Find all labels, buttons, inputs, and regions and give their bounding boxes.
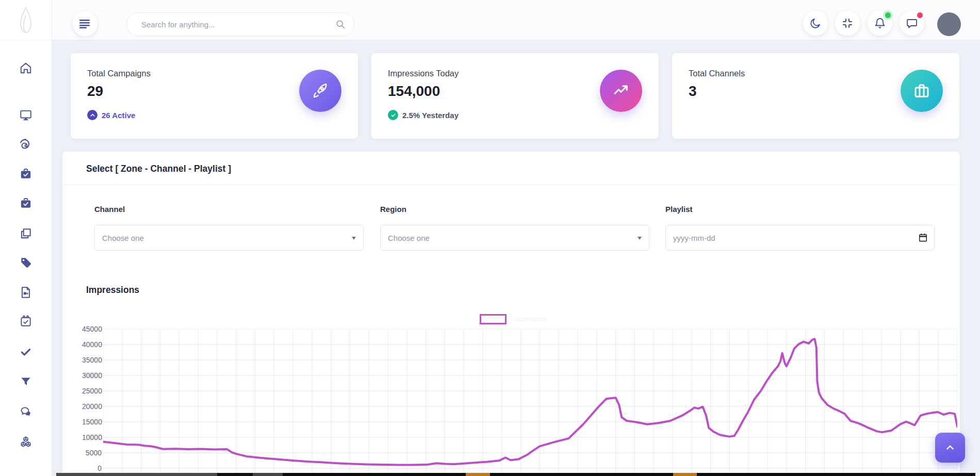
- stat-subtext: 2.5% Yesterday: [388, 110, 459, 120]
- stat-title: Impressions Today: [388, 69, 459, 78]
- copy-icon: [19, 227, 32, 240]
- strip-segment: [56, 473, 217, 476]
- playlist-date-input[interactable]: [666, 225, 934, 250]
- y-tick-label: 20000: [82, 402, 102, 411]
- divider: [62, 185, 960, 185]
- messages-badge: [917, 12, 923, 18]
- strip-segment: [253, 473, 283, 476]
- app-logo-icon: [17, 6, 35, 36]
- stat-subtext: 26 Active: [87, 110, 135, 120]
- sidebar-divider: [0, 40, 52, 40]
- y-tick-label: 10000: [82, 433, 102, 442]
- sidebar-item-loop[interactable]: [19, 138, 32, 151]
- scroll-to-top-button[interactable]: [935, 433, 965, 463]
- strip-segment: [673, 473, 697, 476]
- sidebar-item-approvals[interactable]: [19, 345, 32, 358]
- sidebar-item-campaigns[interactable]: [19, 167, 32, 180]
- notification-badge: [885, 12, 891, 18]
- calendar-check-icon: [19, 315, 32, 328]
- legend-label: Impressions: [514, 316, 547, 323]
- tag-icon: [19, 256, 32, 270]
- region-select-wrap: Choose one: [380, 225, 649, 251]
- stat-value: 3: [689, 83, 697, 100]
- fullscreen-button[interactable]: [835, 11, 860, 36]
- channel-select[interactable]: Choose one: [95, 225, 363, 250]
- dark-mode-button[interactable]: [803, 11, 828, 36]
- sidebar-item-media[interactable]: [19, 286, 32, 299]
- strip-segment: [217, 473, 253, 476]
- chart-legend[interactable]: Impressions: [480, 314, 547, 324]
- channel-label: Channel: [94, 205, 125, 214]
- video-file-icon: [19, 286, 32, 299]
- menu-icon: [79, 19, 91, 28]
- global-search: [126, 12, 354, 36]
- check-circle-icon: [388, 110, 398, 120]
- moon-icon: [809, 17, 822, 29]
- rocket-icon: [299, 70, 341, 112]
- y-tick-label: 35000: [82, 355, 102, 365]
- briefcase-check-icon: [19, 196, 32, 210]
- user-avatar[interactable]: [937, 12, 961, 36]
- chart-title: Impressions: [86, 285, 139, 296]
- playlist-label: Playlist: [665, 205, 693, 214]
- bell-icon: [874, 17, 886, 29]
- y-tick-label: 5000: [82, 448, 102, 457]
- chevron-up-icon: [944, 442, 956, 453]
- messages-button[interactable]: [900, 11, 924, 36]
- sidebar-item-schedule[interactable]: [19, 315, 32, 328]
- search-icon[interactable]: [335, 19, 346, 31]
- cubes-icon: [19, 435, 32, 449]
- sidebar-item-home[interactable]: [19, 61, 32, 75]
- stat-card-total-channels: Total Channels 3: [672, 53, 959, 139]
- sidebar-item-blocks[interactable]: [19, 435, 32, 449]
- line-chart-canvas: [103, 329, 957, 476]
- filter-icon: [19, 375, 32, 388]
- search-input[interactable]: [140, 13, 328, 36]
- briefcase-icon: [901, 70, 943, 112]
- strip-segment: [697, 473, 975, 476]
- legend-swatch: [480, 314, 507, 324]
- impressions-chart: 4500040000350003000025000200001500010000…: [82, 325, 957, 476]
- y-tick-label: 30000: [82, 371, 102, 380]
- sidebar: [0, 0, 52, 476]
- y-tick-label: 0: [82, 464, 102, 473]
- spiral-icon: [19, 138, 32, 151]
- region-label: Region: [380, 205, 406, 214]
- sidebar-item-filters[interactable]: [19, 375, 32, 388]
- check-icon: [19, 345, 32, 358]
- notifications-button[interactable]: [868, 11, 892, 36]
- top-header: [52, 0, 980, 40]
- stat-value: 154,000: [388, 83, 440, 100]
- y-tick-label: 40000: [82, 340, 102, 349]
- calendar-icon[interactable]: [918, 233, 928, 244]
- playlist-date-wrap: [665, 225, 935, 251]
- compress-icon: [841, 17, 854, 29]
- stat-card-impressions-today: Impressions Today 154,000 2.5% Yesterday: [371, 53, 659, 139]
- stat-card-total-campaigns: Total Campaigns 29 26 Active: [71, 53, 358, 139]
- strip-segment: [283, 473, 466, 476]
- monitor-icon: [19, 108, 32, 122]
- stat-title: Total Campaigns: [87, 69, 151, 78]
- menu-toggle-button[interactable]: [73, 11, 97, 36]
- stat-title: Total Channels: [689, 69, 745, 78]
- strip-segment: [490, 473, 673, 476]
- sidebar-item-screens[interactable]: [19, 108, 32, 122]
- sidebar-item-bookings[interactable]: [19, 196, 32, 210]
- strip-segment: [466, 473, 490, 476]
- cutoff-content-strip: [56, 473, 975, 476]
- region-select[interactable]: Choose one: [381, 225, 649, 250]
- trending-up-icon: [600, 70, 642, 112]
- chevron-up-circle-icon: [87, 110, 97, 120]
- sidebar-item-tags[interactable]: [19, 256, 32, 270]
- section-title: Select [ Zone - Channel - Playlist ]: [86, 163, 231, 174]
- y-tick-label: 25000: [82, 386, 102, 396]
- sidebar-item-pages[interactable]: [19, 227, 32, 240]
- y-tick-label: 15000: [82, 417, 102, 426]
- stat-value: 29: [87, 83, 103, 100]
- sidebar-item-messages[interactable]: [19, 405, 32, 418]
- briefcase-check-icon: [19, 167, 32, 180]
- chat-icon: [906, 17, 918, 29]
- home-icon: [19, 61, 32, 75]
- chat-bubbles-icon: [19, 405, 32, 418]
- y-tick-label: 45000: [82, 324, 102, 334]
